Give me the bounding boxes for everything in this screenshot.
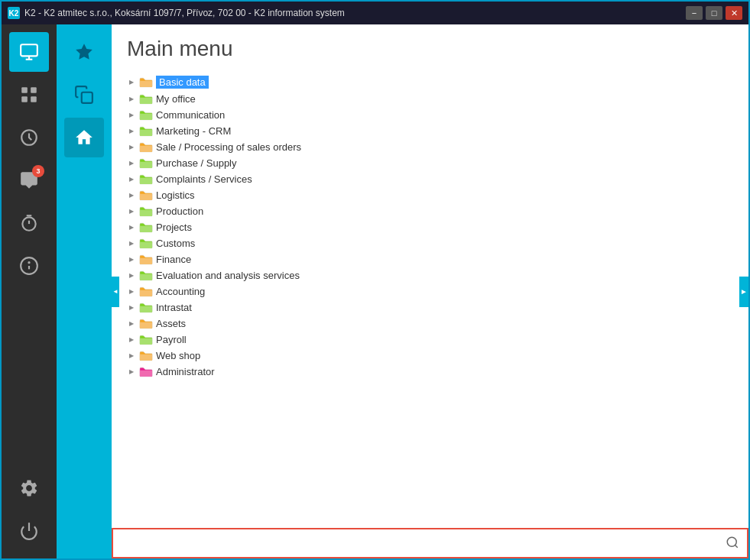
menu-item[interactable]: ▶ Customs bbox=[127, 235, 733, 251]
expand-arrow-icon: ▶ bbox=[127, 191, 136, 200]
title-bar-text: K2 - K2 atmitec s.r.o., Koksární 1097/7,… bbox=[24, 8, 345, 18]
svg-rect-3 bbox=[21, 87, 28, 93]
star-icon bbox=[74, 42, 94, 62]
folder-icon bbox=[139, 142, 153, 153]
menu-item-label: Intrastat bbox=[156, 302, 192, 313]
menu-item-label: Administrator bbox=[156, 366, 215, 377]
expand-arrow-icon: ▶ bbox=[127, 78, 136, 87]
right-panel-collapse[interactable]: ► bbox=[739, 277, 748, 307]
expand-arrow-icon: ▶ bbox=[127, 319, 136, 329]
right-collapse-arrow-icon: ► bbox=[740, 287, 748, 296]
title-bar-controls: − □ ✕ bbox=[686, 6, 742, 20]
expand-arrow-icon: ▶ bbox=[127, 159, 136, 168]
menu-item[interactable]: ▶ My office bbox=[127, 91, 733, 107]
title-bar: K2 K2 - K2 atmitec s.r.o., Koksární 1097… bbox=[2, 2, 748, 24]
sidebar-item-settings[interactable] bbox=[9, 468, 49, 508]
menu-item-label: Evaluation and analysis services bbox=[156, 270, 300, 281]
sidebar-item-info[interactable] bbox=[9, 246, 49, 286]
expand-arrow-icon: ▶ bbox=[127, 271, 136, 280]
menu-item[interactable]: ▶ Assets bbox=[127, 316, 733, 332]
menu-item[interactable]: ▶ Complaints / Services bbox=[127, 171, 733, 187]
sidebar-item-chat[interactable]: 3 bbox=[9, 160, 49, 200]
menu-item[interactable]: ▶ Projects bbox=[127, 219, 733, 235]
folder-icon bbox=[139, 94, 153, 105]
menu-item-label: Web shop bbox=[156, 350, 200, 361]
svg-marker-15 bbox=[76, 44, 93, 60]
chat-badge: 3 bbox=[32, 165, 44, 177]
menu-item[interactable]: ▶ Finance bbox=[127, 251, 733, 267]
expand-arrow-icon: ▶ bbox=[127, 111, 136, 120]
expand-arrow-icon: ▶ bbox=[127, 95, 136, 104]
app-icon: K2 bbox=[8, 7, 20, 19]
cyan-item-home[interactable] bbox=[64, 118, 104, 157]
folder-icon bbox=[139, 206, 153, 217]
search-input[interactable] bbox=[121, 538, 726, 549]
folder-icon bbox=[139, 351, 153, 361]
expand-arrow-icon: ▶ bbox=[127, 351, 136, 361]
menu-item[interactable]: ▶ Production bbox=[127, 203, 733, 219]
menu-item[interactable]: ▶ Payroll bbox=[127, 332, 733, 348]
menu-item[interactable]: ▶ Sale / Processing of sales orders bbox=[127, 139, 733, 155]
svg-rect-0 bbox=[21, 44, 37, 56]
menu-item-label: Customs bbox=[156, 238, 195, 249]
folder-icon bbox=[139, 158, 153, 169]
menu-item[interactable]: ▶ Marketing - CRM bbox=[127, 123, 733, 139]
folder-icon bbox=[139, 254, 153, 265]
sidebar-item-monitor[interactable] bbox=[9, 32, 49, 72]
page-title: Main menu bbox=[127, 37, 733, 61]
left-panel-collapse[interactable]: ◄ bbox=[112, 277, 119, 307]
sidebar-item-timer[interactable] bbox=[9, 203, 49, 243]
sidebar-dark: 3 bbox=[2, 24, 57, 558]
svg-rect-16 bbox=[82, 92, 93, 103]
menu-item[interactable]: ▶ Web shop bbox=[127, 348, 733, 364]
menu-item-label: Accounting bbox=[156, 286, 205, 297]
home-icon bbox=[74, 128, 94, 147]
folder-icon bbox=[139, 270, 153, 281]
menu-item[interactable]: ▶ Accounting bbox=[127, 283, 733, 299]
menu-item-label: Sale / Processing of sales orders bbox=[156, 141, 301, 153]
sidebar-item-power[interactable] bbox=[9, 511, 49, 551]
close-button[interactable]: ✕ bbox=[726, 6, 742, 20]
menu-item[interactable]: ▶ Intrastat bbox=[127, 299, 733, 316]
expand-arrow-icon: ▶ bbox=[127, 239, 136, 248]
svg-rect-4 bbox=[31, 87, 37, 93]
minimize-button[interactable]: − bbox=[686, 6, 703, 20]
folder-icon bbox=[139, 110, 153, 121]
sidebar-item-history[interactable] bbox=[9, 118, 49, 157]
monitor-icon bbox=[19, 42, 39, 62]
menu-item-label: Projects bbox=[156, 222, 192, 233]
maximize-button[interactable]: □ bbox=[706, 6, 722, 20]
menu-item[interactable]: ▶ Communication bbox=[127, 107, 733, 123]
menu-item-label: Basic data bbox=[156, 76, 209, 89]
settings-icon bbox=[19, 478, 39, 498]
search-icon[interactable] bbox=[726, 536, 739, 552]
menu-item-label: Logistics bbox=[156, 189, 195, 201]
menu-list: ▶ Basic data▶ My office▶ Communication▶ … bbox=[127, 73, 733, 380]
sidebar-cyan: ◄ bbox=[57, 24, 112, 558]
clock-icon bbox=[19, 128, 39, 147]
menu-item[interactable]: ▶ Logistics bbox=[127, 187, 733, 203]
folder-icon bbox=[139, 222, 153, 233]
folder-icon bbox=[139, 335, 153, 345]
app-body: 3 bbox=[2, 24, 748, 558]
menu-item[interactable]: ▶ Evaluation and analysis services bbox=[127, 267, 733, 283]
apps-icon bbox=[19, 85, 39, 105]
info-icon bbox=[19, 256, 39, 276]
svg-point-17 bbox=[727, 537, 736, 546]
menu-item[interactable]: ▶ Basic data bbox=[127, 73, 733, 91]
folder-icon bbox=[139, 126, 153, 137]
main-content: Main menu ▶ Basic data▶ My office▶ Commu… bbox=[112, 24, 748, 558]
power-icon bbox=[19, 521, 39, 541]
sidebar-item-apps[interactable] bbox=[9, 75, 49, 115]
cyan-item-favorites[interactable] bbox=[64, 32, 104, 72]
menu-item[interactable]: ▶ Administrator bbox=[127, 364, 733, 380]
svg-rect-5 bbox=[21, 96, 28, 102]
menu-item-label: Communication bbox=[156, 109, 225, 121]
cyan-item-modules[interactable] bbox=[64, 75, 104, 115]
menu-item-label: Marketing - CRM bbox=[156, 125, 231, 137]
copy-icon bbox=[74, 85, 94, 105]
expand-arrow-icon: ▶ bbox=[127, 207, 136, 216]
expand-arrow-icon: ▶ bbox=[127, 223, 136, 232]
menu-item[interactable]: ▶ Purchase / Supply bbox=[127, 155, 733, 171]
folder-icon bbox=[139, 286, 153, 297]
